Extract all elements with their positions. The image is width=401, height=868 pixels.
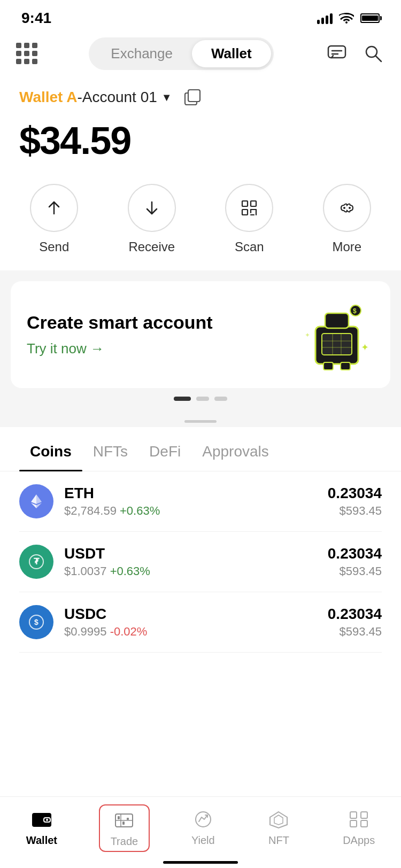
svg-rect-24 (325, 313, 349, 328)
usdc-price: $0.9995 -0.02% (64, 625, 328, 639)
svg-point-16 (343, 207, 345, 209)
scan-circle (225, 184, 273, 232)
svg-text:$: $ (353, 307, 357, 315)
svg-rect-45 (118, 816, 120, 819)
send-circle (30, 184, 78, 232)
usdc-coin-item[interactable]: $ USDC $0.9995 -0.02% 0.23034 $593.45 (19, 592, 382, 653)
svg-marker-31 (36, 494, 42, 504)
usdc-amount: 0.23034 (328, 606, 382, 623)
smart-account-banner[interactable]: Create smart account Try it now → $ (11, 281, 390, 388)
yield-nav-icon-box (191, 808, 215, 831)
nav-dapps[interactable]: DApps (332, 804, 385, 852)
usdt-value: $593.45 (328, 564, 382, 578)
svg-text:₮: ₮ (34, 557, 40, 566)
trade-nav-label: Trade (111, 835, 138, 848)
dropdown-arrow-icon: ▼ (161, 91, 172, 104)
coin-list: ETH $2,784.59 +0.63% 0.23034 $593.45 ₮ U… (0, 471, 401, 653)
battery-icon (360, 13, 380, 23)
send-button[interactable]: Send (30, 184, 78, 254)
send-arrow-up-icon (44, 198, 64, 218)
usdc-amounts: 0.23034 $593.45 (328, 606, 382, 639)
wallet-tab[interactable]: Wallet (192, 40, 271, 67)
svg-rect-9 (242, 201, 248, 206)
chat-icon (327, 44, 346, 63)
nft-nav-icon-box (267, 808, 290, 831)
banner-content: Create smart account Try it now → (27, 312, 213, 357)
scan-label: Scan (235, 239, 264, 254)
svg-rect-6 (188, 90, 200, 102)
svg-rect-11 (242, 210, 248, 215)
usdc-logo: $ (27, 613, 45, 631)
banner-cta[interactable]: Try it now → (27, 340, 213, 357)
svg-text:✦: ✦ (305, 331, 310, 339)
more-icon (337, 198, 357, 218)
usdt-change: +0.63% (110, 564, 150, 578)
receive-button[interactable]: Receive (128, 184, 176, 254)
svg-rect-52 (361, 812, 367, 818)
usdt-symbol: USDT (64, 545, 328, 562)
receive-arrow-down-icon (142, 198, 162, 218)
copy-address-button[interactable] (181, 86, 204, 109)
eth-change: +0.63% (120, 504, 160, 517)
eth-coin-item[interactable]: ETH $2,784.59 +0.63% 0.23034 $593.45 (19, 471, 382, 532)
mode-tab-switcher: Exchange Wallet (89, 37, 273, 70)
svg-text:✦: ✦ (361, 342, 369, 353)
eth-amount: 0.23034 (328, 485, 382, 502)
wifi-icon (339, 13, 354, 24)
chat-button[interactable] (325, 42, 349, 65)
wallet-nav-label: Wallet (26, 834, 57, 847)
home-indicator (163, 861, 238, 864)
dapps-nav-icon (348, 810, 369, 829)
svg-rect-51 (350, 812, 357, 818)
status-bar: 9:41 (0, 0, 401, 32)
usdc-value: $593.45 (328, 625, 382, 639)
eth-amounts: 0.23034 $593.45 (328, 485, 382, 518)
coins-tab[interactable]: Coins (19, 432, 82, 471)
svg-marker-50 (274, 815, 283, 825)
total-balance: $34.59 (19, 119, 382, 162)
nav-trade[interactable]: Trade (99, 804, 150, 852)
approvals-tab[interactable]: Approvals (191, 432, 280, 471)
eth-symbol: ETH (64, 485, 328, 502)
svg-rect-53 (350, 820, 357, 827)
nav-nft[interactable]: NFT (256, 804, 301, 852)
banner-title: Create smart account (27, 312, 213, 333)
defi-tab[interactable]: DeFi (138, 432, 191, 471)
banner-dot-2 (196, 397, 209, 401)
svg-rect-19 (322, 334, 352, 355)
usdt-coin-item[interactable]: ₮ USDT $1.0037 +0.63% 0.23034 $593.45 (19, 532, 382, 592)
robot-svg: $ ✦ ✦ (299, 297, 374, 372)
banner-section: Create smart account Try it now → $ (0, 270, 401, 412)
banner-pagination (11, 397, 390, 401)
yield-nav-label: Yield (191, 834, 215, 847)
svg-point-3 (366, 46, 377, 57)
scan-button[interactable]: Scan (225, 184, 273, 254)
search-button[interactable] (361, 42, 385, 65)
eth-value: $593.45 (328, 504, 382, 518)
nav-wallet[interactable]: Wallet (16, 804, 68, 852)
svg-rect-30 (341, 362, 350, 370)
bottom-nav: Wallet Trade Yield (0, 796, 401, 868)
status-icons (317, 12, 380, 24)
eth-logo (27, 492, 45, 510)
account-header: Wallet A - Account 01 ▼ (19, 86, 382, 109)
exchange-tab[interactable]: Exchange (91, 40, 192, 67)
account-name: Account 01 (82, 89, 157, 106)
svg-marker-49 (270, 812, 287, 828)
nfts-tab[interactable]: NFTs (82, 432, 138, 471)
wallet-nav-icon (31, 810, 52, 829)
banner-dot-1 (174, 397, 191, 401)
nav-yield[interactable]: Yield (181, 804, 226, 852)
account-selector[interactable]: Wallet A - Account 01 ▼ (19, 89, 172, 106)
header: Exchange Wallet (0, 32, 401, 75)
more-button[interactable]: More (323, 184, 371, 254)
svg-rect-29 (323, 362, 333, 370)
trade-nav-icon-box (112, 809, 136, 832)
svg-rect-0 (328, 46, 345, 58)
svg-text:$: $ (34, 618, 38, 626)
svg-rect-39 (32, 813, 51, 827)
svg-rect-46 (122, 821, 125, 825)
grid-menu-button[interactable] (16, 43, 37, 64)
usdt-amount: 0.23034 (328, 545, 382, 562)
usdt-price: $1.0037 +0.63% (64, 564, 328, 578)
